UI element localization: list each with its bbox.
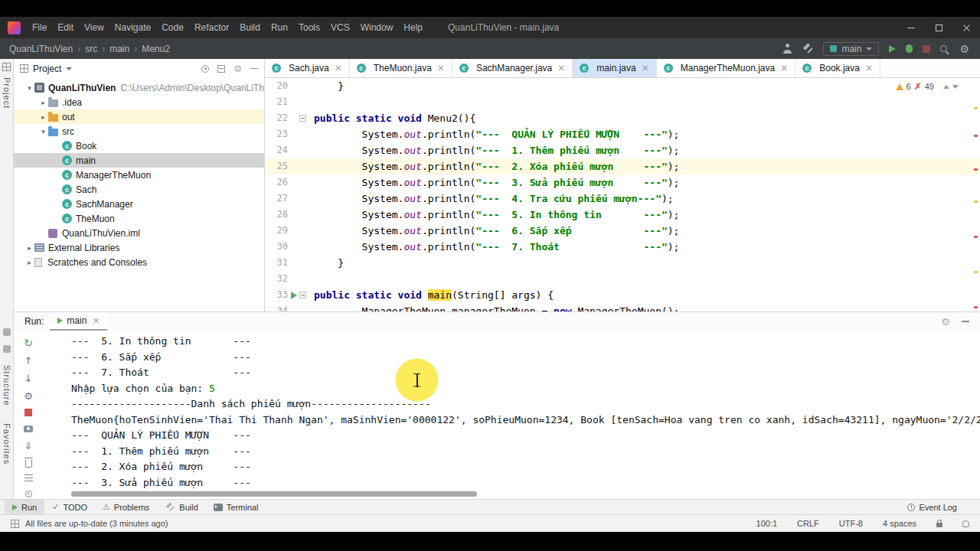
menu-build[interactable]: Build bbox=[234, 20, 266, 35]
code-line-31[interactable]: 31 } bbox=[265, 255, 980, 271]
hide-panel-icon[interactable] bbox=[250, 68, 258, 70]
pin-icon[interactable] bbox=[22, 489, 34, 499]
menu-vcs[interactable]: VCS bbox=[325, 20, 355, 35]
lock-icon[interactable] bbox=[936, 523, 942, 527]
tree-item-Sach[interactable]: c Sach bbox=[14, 182, 264, 197]
clear-icon[interactable] bbox=[22, 458, 34, 468]
editor-tab-ManagerTheMuon.java[interactable]: c ManagerTheMuon.java × bbox=[657, 59, 795, 77]
code-line-21[interactable]: 21 bbox=[265, 94, 980, 110]
code-line-24[interactable]: 24 System.out.println("--- 1. Thêm phiếu… bbox=[265, 142, 980, 158]
breadcrumb-QuanLiThuVien[interactable]: QuanLiThuVien bbox=[8, 42, 74, 56]
editor-tab-Book.java[interactable]: c Book.java × bbox=[795, 59, 880, 77]
settings-gear-icon[interactable]: ⚙ bbox=[959, 44, 969, 54]
menu-tools[interactable]: Tools bbox=[293, 20, 325, 35]
panel-settings-gear-icon[interactable]: ⚙ bbox=[234, 64, 242, 73]
code-editor[interactable]: 20 } 21 22 public static void Menu2(){ 2… bbox=[265, 78, 980, 311]
breadcrumb-Menu2[interactable]: Menu2 bbox=[140, 42, 172, 56]
scrollbar-thumb[interactable] bbox=[71, 491, 477, 497]
code-line-20[interactable]: 20 } bbox=[265, 78, 980, 94]
horizontal-scrollbar[interactable] bbox=[43, 491, 980, 497]
tree-item-ManagerTheMuon[interactable]: c ManagerTheMuon bbox=[14, 168, 264, 182]
stripe-mark-icon[interactable] bbox=[974, 306, 978, 308]
editor-tab-Sach.java[interactable]: c Sach.java × bbox=[265, 59, 350, 77]
tree-item-TheMuon[interactable]: c TheMuon bbox=[14, 211, 264, 226]
snapshot-icon[interactable] bbox=[22, 424, 34, 434]
close-tab-icon[interactable]: × bbox=[437, 63, 445, 73]
run-gutter-icon[interactable] bbox=[291, 292, 297, 299]
notifications-icon[interactable] bbox=[962, 520, 969, 527]
toolwindow-button-terminal[interactable]: Terminal bbox=[206, 500, 266, 514]
stripe-mark-icon[interactable] bbox=[974, 107, 978, 109]
toolwindow-button-todo[interactable]: ✓TODO bbox=[44, 500, 95, 514]
run-tab-main[interactable]: main × bbox=[50, 312, 107, 331]
tree-item-out[interactable]: ▸ out bbox=[14, 109, 264, 124]
up-icon[interactable]: ↑ bbox=[22, 355, 34, 367]
stripe-mark-icon[interactable] bbox=[974, 236, 978, 238]
run-button[interactable] bbox=[889, 45, 896, 53]
close-tab-icon[interactable]: × bbox=[642, 63, 649, 73]
debug-button[interactable] bbox=[906, 44, 913, 53]
tree-item-SachManager[interactable]: c SachManager bbox=[14, 197, 264, 211]
menu-window[interactable]: Window bbox=[355, 20, 399, 35]
stop-button[interactable] bbox=[923, 45, 930, 53]
editor-tab-main.java[interactable]: c main.java × bbox=[573, 59, 656, 77]
stripe-label-structure[interactable]: Structure bbox=[2, 365, 11, 406]
run-settings-gear-icon[interactable]: ⚙ bbox=[941, 317, 950, 327]
menu-run[interactable]: Run bbox=[266, 20, 293, 35]
event-log-button[interactable]: Event Log bbox=[907, 503, 975, 512]
code-with-me-icon[interactable] bbox=[782, 44, 792, 54]
menu-help[interactable]: Help bbox=[398, 20, 428, 35]
import-icon[interactable]: ⇓ bbox=[22, 440, 34, 452]
menu-view[interactable]: View bbox=[79, 20, 109, 35]
close-button[interactable] bbox=[952, 17, 980, 38]
close-tab-icon[interactable]: × bbox=[92, 315, 100, 326]
close-tab-icon[interactable]: × bbox=[335, 63, 342, 73]
menu-code[interactable]: Code bbox=[156, 20, 189, 35]
tree-chevron-icon[interactable]: ▸ bbox=[24, 244, 34, 252]
code-line-32[interactable]: 32 bbox=[265, 271, 980, 287]
menu-navigate[interactable]: Navigate bbox=[109, 20, 156, 35]
code-line-22[interactable]: 22 public static void Menu2(){ bbox=[265, 110, 980, 126]
editor-tab-TheMuon.java[interactable]: c TheMuon.java × bbox=[350, 59, 452, 77]
code-line-29[interactable]: 29 System.out.println("--- 6. Sắp xếp --… bbox=[265, 223, 980, 239]
maximize-button[interactable] bbox=[925, 17, 952, 38]
fold-icon[interactable] bbox=[299, 115, 306, 122]
search-everywhere-icon[interactable] bbox=[940, 45, 947, 52]
tree-item-src[interactable]: ▾ src bbox=[14, 124, 264, 139]
build-hammer-icon[interactable] bbox=[802, 44, 813, 54]
stripe-label-favorites[interactable]: Favorites bbox=[2, 423, 11, 465]
tree-chevron-icon[interactable]: ▾ bbox=[24, 84, 34, 92]
stripe-icon-1[interactable] bbox=[3, 328, 11, 336]
locate-file-icon[interactable] bbox=[201, 65, 209, 73]
error-stripe[interactable] bbox=[972, 78, 979, 311]
tree-item-.idea[interactable]: ▸ .idea bbox=[14, 95, 264, 109]
project-panel-title[interactable]: Project bbox=[33, 64, 61, 74]
minimize-button[interactable] bbox=[897, 17, 925, 38]
tool-window-switcher-icon[interactable] bbox=[11, 520, 19, 528]
tree-item-QuanLiThuVien[interactable]: ▾ QuanLiThuVien C:\Users\Admin\Desktop\Q… bbox=[14, 80, 264, 95]
code-line-28[interactable]: 28 System.out.println("--- 5. In thông t… bbox=[265, 207, 980, 223]
tree-chevron-icon[interactable]: ▸ bbox=[24, 259, 34, 266]
project-stripe-icon[interactable] bbox=[2, 63, 11, 71]
code-line-33[interactable]: 33 public static void main(String[] args… bbox=[265, 287, 980, 303]
stripe-mark-icon[interactable] bbox=[974, 168, 978, 171]
breadcrumb-main[interactable]: main bbox=[108, 42, 131, 56]
status-item[interactable]: 100:1 bbox=[756, 519, 778, 528]
close-tab-icon[interactable]: × bbox=[780, 63, 788, 73]
stop-icon[interactable] bbox=[22, 408, 34, 418]
tree-item-External Libraries[interactable]: ▸ External Libraries bbox=[14, 240, 264, 255]
run-configuration-select[interactable]: main bbox=[823, 42, 879, 56]
chevron-down-icon[interactable] bbox=[66, 67, 72, 70]
tree-chevron-icon[interactable]: ▸ bbox=[38, 113, 48, 121]
status-item[interactable]: 4 spaces bbox=[883, 519, 916, 528]
tree-item-main[interactable]: c main bbox=[14, 153, 264, 168]
tree-chevron-icon[interactable]: ▾ bbox=[38, 128, 48, 135]
menu-file[interactable]: File bbox=[27, 20, 52, 35]
editor-tab-SachManager.java[interactable]: c SachManager.java × bbox=[452, 59, 573, 77]
stripe-mark-icon[interactable] bbox=[974, 135, 978, 137]
tree-item-QuanLiThuVien.iml[interactable]: QuanLiThuVien.iml bbox=[14, 226, 264, 240]
hide-run-panel-icon[interactable] bbox=[962, 321, 969, 322]
fold-icon[interactable] bbox=[299, 292, 306, 298]
inspections-widget[interactable]: 6 ✗ 49 bbox=[893, 80, 962, 93]
toolwindow-button-problems[interactable]: ⚠Problems bbox=[95, 500, 157, 514]
